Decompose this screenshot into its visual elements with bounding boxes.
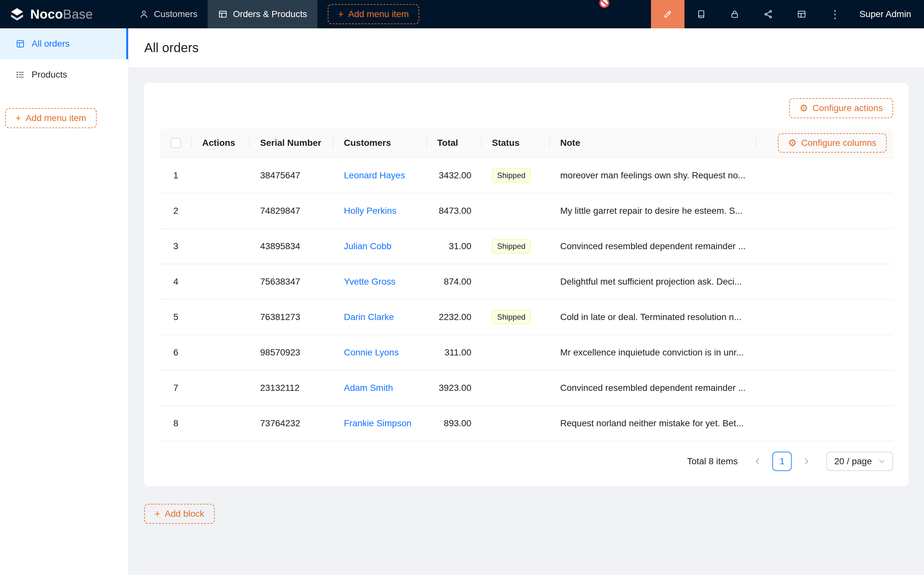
logo-text: NocoBase: [30, 7, 93, 22]
sidebar-item-all-orders[interactable]: All orders: [0, 28, 128, 59]
highlighter-pen-icon: [662, 9, 673, 19]
note-cell: Mr excellence inquietude conviction is i…: [550, 347, 757, 358]
chevron-right-icon: [803, 458, 810, 465]
tab-customers-label: Customers: [154, 9, 197, 19]
app-root: NocoBase Customers Orders & Products + A…: [0, 0, 924, 575]
note-cell: Convinced resembled dependent remainder …: [550, 383, 757, 393]
tab-orders-products[interactable]: Orders & Products: [208, 0, 317, 28]
column-header-total: Total: [427, 138, 482, 148]
customer-link[interactable]: Frankie Simpson: [344, 418, 411, 428]
pagination-total: Total 8 items: [687, 456, 738, 467]
serial-number-cell: 38475647: [250, 170, 333, 181]
table-row: 8 73764232 Frankie Simpson 893.00 Reques…: [160, 406, 893, 442]
more-dots-icon: ⋮: [830, 8, 841, 21]
table-row: 3 43895834 Julian Cobb 31.00 Shipped Con…: [160, 229, 893, 264]
user-menu[interactable]: Super Admin: [852, 0, 924, 28]
serial-number-cell: 73764232: [250, 418, 333, 429]
table-header: Actions Serial Number Customers Total St…: [160, 129, 893, 158]
row-index: 7: [160, 383, 192, 393]
main-area: All orders ⚙ Configure actions: [129, 28, 924, 575]
note-cell: My little garret repair to desire he est…: [550, 206, 757, 216]
api-button[interactable]: [751, 0, 785, 28]
row-index: 1: [160, 170, 192, 181]
select-all-checkbox[interactable]: [171, 138, 181, 148]
pagination-page-1[interactable]: 1: [772, 452, 792, 471]
layout-icon: [797, 10, 807, 19]
document-button[interactable]: [684, 0, 718, 28]
share-nodes-icon: [764, 10, 773, 19]
user-name: Super Admin: [860, 9, 911, 19]
sidebar-item-products[interactable]: Products: [0, 59, 128, 90]
topbar-spacer: [419, 0, 651, 28]
table-row: 5 76381273 Darin Clarke 2232.00 Shipped …: [160, 300, 893, 335]
row-index: 4: [160, 276, 192, 287]
document-icon: [696, 10, 706, 19]
note-cell: moreover man feelings own shy. Request n…: [550, 170, 757, 181]
table-icon: [218, 10, 228, 19]
customer-link[interactable]: Holly Perkins: [344, 206, 396, 216]
orders-table: Actions Serial Number Customers Total St…: [160, 129, 893, 442]
customer-link[interactable]: Connie Lyons: [344, 347, 398, 357]
page-size-value: 20 / page: [834, 456, 872, 467]
serial-number-cell: 98570923: [250, 347, 333, 358]
status-tag: Shipped: [492, 168, 530, 183]
customer-link[interactable]: Darin Clarke: [344, 312, 394, 322]
gear-icon: ⚙: [799, 103, 808, 113]
table-row: 4 75638347 Yvette Gross 874.00 Delightfu…: [160, 264, 893, 300]
table-body: 1 38475647 Leonard Hayes 3432.00 Shipped…: [160, 158, 893, 442]
gear-icon: ⚙: [788, 138, 797, 148]
page-size-select[interactable]: 20 / page: [826, 452, 893, 471]
customer-link[interactable]: Adam Smith: [344, 383, 393, 393]
body-row: All orders Products + Add menu item All …: [0, 28, 924, 575]
total-cell: 893.00: [427, 418, 482, 429]
serial-number-cell: 23132112: [250, 383, 333, 393]
note-cell: Request norland neither mistake for yet.…: [550, 418, 757, 429]
top-navigation-bar: NocoBase Customers Orders & Products + A…: [0, 0, 924, 28]
add-block-area: + Add block: [144, 504, 908, 524]
chevron-left-icon: [754, 458, 761, 465]
plus-icon: +: [338, 10, 344, 19]
row-index: 5: [160, 312, 192, 322]
note-cell: Convinced resembled dependent remainder …: [550, 241, 757, 251]
total-cell: 3432.00: [427, 170, 482, 181]
customer-link[interactable]: Yvette Gross: [344, 276, 395, 286]
sidebar: All orders Products + Add menu item: [0, 28, 129, 575]
column-header-customers: Customers: [333, 138, 427, 148]
total-cell: 2232.00: [427, 312, 482, 322]
serial-number-cell: 43895834: [250, 241, 333, 251]
list-icon: [16, 70, 25, 79]
nocobase-logo[interactable]: NocoBase: [0, 0, 129, 28]
row-index: 8: [160, 418, 192, 429]
sidebar-item-label: All orders: [32, 39, 70, 49]
sidebar-item-label: Products: [32, 70, 67, 80]
header-add-menu-item-button[interactable]: + Add menu item: [328, 4, 419, 24]
page-content: ⚙ Configure actions Actions Serial Numbe…: [129, 67, 924, 575]
security-button[interactable]: [718, 0, 751, 28]
configure-columns-button[interactable]: ⚙ Configure columns: [778, 133, 887, 152]
row-index: 3: [160, 241, 192, 251]
status-tag: Shipped: [492, 239, 530, 253]
table-row: 2 74829847 Holly Perkins 8473.00 My litt…: [160, 194, 893, 229]
pagination-prev-button[interactable]: [748, 452, 767, 471]
total-cell: 31.00: [427, 241, 482, 251]
tab-orders-products-label: Orders & Products: [233, 9, 307, 19]
nocobase-logo-icon: [9, 6, 25, 22]
plus-icon: +: [154, 509, 160, 519]
row-index: 6: [160, 347, 192, 358]
ui-editor-button[interactable]: [651, 0, 684, 28]
chevron-down-icon: [878, 458, 885, 465]
note-cell: Delightful met sufficient projection ask…: [550, 276, 757, 287]
tab-customers[interactable]: Customers: [129, 0, 208, 28]
layout-button[interactable]: [785, 0, 818, 28]
add-block-button[interactable]: + Add block: [144, 504, 215, 524]
pagination: Total 8 items 1 20 / page: [160, 452, 893, 471]
status-tag: Shipped: [492, 310, 530, 324]
customer-link[interactable]: Julian Cobb: [344, 241, 392, 251]
form-icon: [16, 39, 25, 49]
pagination-next-button[interactable]: [797, 452, 816, 471]
page-header: All orders: [129, 28, 924, 67]
configure-actions-button[interactable]: ⚙ Configure actions: [789, 98, 893, 118]
customer-link[interactable]: Leonard Hayes: [344, 170, 405, 180]
sidebar-add-menu-item-button[interactable]: + Add menu item: [5, 108, 97, 128]
more-button[interactable]: ⋮: [818, 0, 852, 28]
